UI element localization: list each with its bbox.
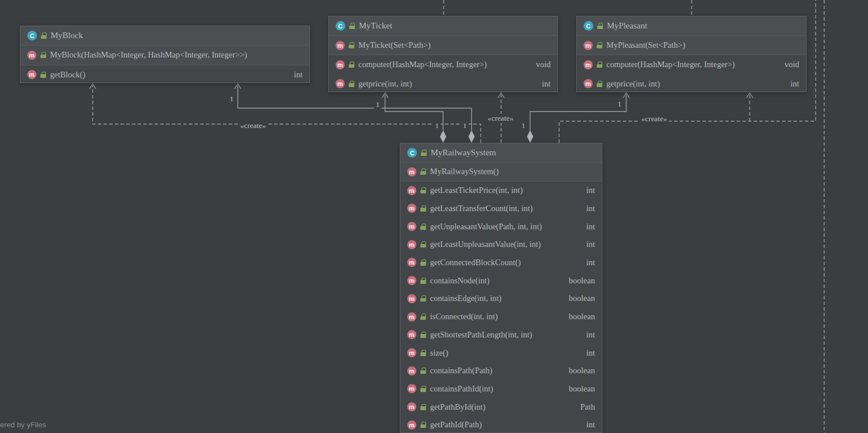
aggregation-diamond-icon xyxy=(527,130,534,143)
method-row[interactable]: mgetPathId(Path)int xyxy=(400,416,602,433)
method-icon: m xyxy=(407,258,416,267)
lock-icon xyxy=(420,205,426,212)
method-signature: getPathId(Path) xyxy=(430,420,482,430)
method-icon: m xyxy=(584,60,593,69)
method-signature: getBlock() xyxy=(50,70,85,80)
class-title: MyRailwaySystem xyxy=(431,148,496,158)
methods-section: mgetBlock()int xyxy=(20,65,309,85)
class-title: MyBlock xyxy=(51,31,83,40)
method-signature: computer(HashMap<Integer, Integer>) xyxy=(358,60,487,69)
lock-icon xyxy=(420,350,426,356)
method-icon: m xyxy=(407,167,416,176)
lock-icon xyxy=(420,278,426,284)
method-row[interactable]: mcontainsPathId(int)boolean xyxy=(400,380,602,398)
constructors-section: mMyPleasant(Set<Path>) xyxy=(577,36,806,55)
method-row[interactable]: mgetBlock()int xyxy=(20,65,309,85)
method-icon: m xyxy=(336,41,345,50)
return-type: int xyxy=(578,240,595,249)
aggregation-diamond-icon xyxy=(469,130,475,143)
method-row[interactable]: mgetLeastTransferCount(int, int)int xyxy=(400,199,602,217)
method-row[interactable]: mMyBlock(HashMap<Integer, HashMap<Intege… xyxy=(20,46,309,65)
method-signature: containsPathId(int) xyxy=(430,384,493,394)
lock-icon xyxy=(349,42,354,48)
return-type: int xyxy=(534,79,551,89)
lock-icon xyxy=(420,168,426,175)
class-icon: C xyxy=(584,21,593,31)
return-type: int xyxy=(578,348,595,358)
class-node-myblock[interactable]: CMyBlockmMyBlock(HashMap<Integer, HashMa… xyxy=(20,26,310,83)
method-signature: getprice(int, int) xyxy=(606,79,660,89)
lock-icon xyxy=(420,187,426,193)
method-icon: m xyxy=(407,330,416,339)
method-icon: m xyxy=(407,312,416,321)
method-icon: m xyxy=(407,222,416,231)
lock-icon xyxy=(420,259,426,266)
method-row[interactable]: mcomputer(HashMap<Integer, Integer>)void xyxy=(329,55,557,74)
lock-icon xyxy=(349,61,354,68)
method-row[interactable]: misConnected(int, int)boolean xyxy=(400,308,602,326)
method-row[interactable]: mcontainsPath(Path)boolean xyxy=(400,362,602,380)
method-row[interactable]: mgetprice(int, int)int xyxy=(577,75,806,93)
lock-icon xyxy=(597,61,602,68)
method-row[interactable]: mMyRailwaySystem() xyxy=(400,163,602,181)
lock-icon xyxy=(420,314,426,320)
method-icon: m xyxy=(584,79,593,88)
class-header-myblock[interactable]: CMyBlock xyxy=(20,26,309,46)
method-row[interactable]: mgetShortestPathLength(int, int)int xyxy=(400,325,602,344)
method-icon: m xyxy=(336,60,345,69)
method-icon: m xyxy=(407,402,416,411)
method-row[interactable]: mcomputer(HashMap<Integer, Integer>)void xyxy=(577,55,806,74)
return-type: int xyxy=(578,204,595,213)
edge-create-dependency-myblock[interactable] xyxy=(93,85,481,143)
class-header-mypleasant[interactable]: CMyPleasant xyxy=(577,17,806,36)
method-signature: MyRailwaySystem() xyxy=(430,167,499,176)
method-icon: m xyxy=(407,186,416,195)
class-node-mypleasant[interactable]: CMyPleasantmMyPleasant(Set<Path>)mcomput… xyxy=(576,16,807,92)
uml-diagram-canvas[interactable]: CMyBlockmMyBlock(HashMap<Integer, HashMa… xyxy=(0,0,868,433)
method-icon: m xyxy=(407,384,416,393)
aggregation-diamond-icon xyxy=(440,130,447,143)
class-node-myticket[interactable]: CMyTicketmMyTicket(Set<Path>)mcomputer(H… xyxy=(328,16,558,92)
lock-icon xyxy=(420,368,426,374)
method-row[interactable]: msize()int xyxy=(400,344,602,362)
method-signature: getLeastUnpleasantValue(int, int) xyxy=(430,240,541,249)
return-type: boolean xyxy=(561,312,595,321)
class-title: MyPleasant xyxy=(607,21,647,31)
method-signature: getConnectedBlockCount() xyxy=(430,258,520,267)
method-row[interactable]: mMyTicket(Set<Path>) xyxy=(329,36,557,55)
method-row[interactable]: mgetprice(int, int)int xyxy=(329,75,557,93)
method-icon: m xyxy=(27,70,36,79)
method-row[interactable]: mgetUnpleasantValue(Path, int, int)int xyxy=(400,217,602,236)
yfiles-watermark: ered by yFiles xyxy=(0,420,46,429)
method-signature: getprice(int, int) xyxy=(358,79,412,89)
method-row[interactable]: mgetPathById(int)Path xyxy=(400,398,602,416)
methods-section: mcomputer(HashMap<Integer, Integer>)void… xyxy=(577,55,806,93)
method-row[interactable]: mgetLeastTicketPrice(int, int)int xyxy=(400,182,602,200)
lock-icon xyxy=(420,404,426,410)
method-row[interactable]: mgetLeastUnpleasantValue(int, int)int xyxy=(400,236,602,254)
method-signature: MyTicket(Set<Path>) xyxy=(358,40,431,50)
class-node-myrailwaysystem[interactable]: CMyRailwaySystemmMyRailwaySystem()mgetLe… xyxy=(400,143,602,433)
lock-icon xyxy=(597,23,603,29)
class-icon: C xyxy=(336,21,345,31)
multiplicity-label: 1 xyxy=(461,121,469,130)
method-row[interactable]: mgetConnectedBlockCount()int xyxy=(400,254,602,272)
lock-icon xyxy=(40,72,46,78)
class-header-myrailwaysystem[interactable]: CMyRailwaySystem xyxy=(400,143,602,163)
method-icon: m xyxy=(584,41,593,50)
create-stereotype-label: «create» xyxy=(486,114,515,123)
multiplicity-label: 1 xyxy=(616,100,623,109)
lock-icon xyxy=(597,42,602,48)
return-type: int xyxy=(783,79,799,89)
methods-section: mcomputer(HashMap<Integer, Integer>)void… xyxy=(329,55,557,93)
constructors-section: mMyTicket(Set<Path>) xyxy=(329,36,557,55)
method-icon: m xyxy=(407,204,416,213)
return-type: boolean xyxy=(561,384,595,394)
method-row[interactable]: mcontainsEdge(int, int)boolean xyxy=(400,290,602,308)
method-row[interactable]: mMyPleasant(Set<Path>) xyxy=(577,36,806,55)
edge-aggregation-myrailwaysystem-mypleasant[interactable] xyxy=(530,94,626,130)
class-header-myticket[interactable]: CMyTicket xyxy=(329,17,557,36)
method-row[interactable]: mcontainsNode(int)boolean xyxy=(400,271,602,290)
return-type: int xyxy=(578,420,595,430)
create-stereotype-label: «create» xyxy=(238,121,268,130)
